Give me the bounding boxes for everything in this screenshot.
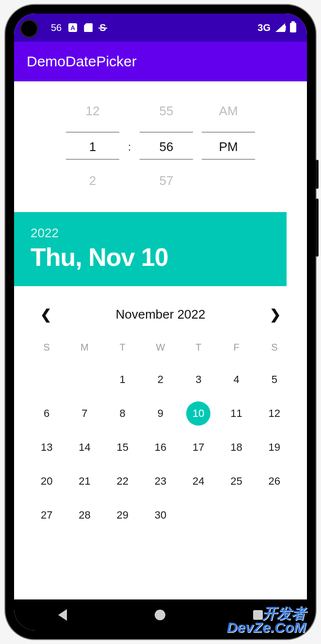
nav-recent-button[interactable] [253,610,263,620]
keyboard-icon: A [68,23,77,32]
calendar-day[interactable]: 28 [65,504,103,526]
calendar-empty-cell [65,368,103,391]
calendar-day[interactable]: 8 [104,402,142,425]
status-time: 56 [51,22,62,33]
calendar-day[interactable]: 24 [179,470,217,492]
calendar-day[interactable]: 23 [142,470,179,492]
minute-next[interactable]: 57 [140,167,193,195]
calendar-day[interactable]: 30 [142,504,179,526]
minute-spinner[interactable]: 55 56 57 [140,97,193,195]
calendar-day[interactable]: 20 [28,470,65,492]
day-of-week-header: W [142,338,179,357]
calendar-day[interactable]: 22 [104,470,142,492]
calendar-day[interactable]: 19 [256,436,293,459]
side-button-1 [316,160,319,189]
header-date[interactable]: Thu, Nov 10 [31,243,270,272]
minute-selected[interactable]: 56 [140,132,193,160]
calendar-day[interactable]: 16 [142,436,179,459]
calendar-day[interactable]: 1 [104,368,142,391]
side-button-2 [316,199,319,257]
calendar-day[interactable]: 3 [179,368,217,391]
day-of-week-header: F [217,338,255,357]
calendar-day[interactable]: 4 [217,368,255,391]
ampm-next[interactable] [202,167,255,195]
nav-home-button[interactable] [155,610,165,620]
day-of-week-header: S [28,338,65,357]
calendar: ❮ November 2022 ❯ SMTWTFS123456789101112… [14,286,307,539]
calendar-day[interactable]: 27 [28,504,65,526]
signal-icon [275,23,285,32]
calendar-empty-cell [28,368,65,391]
navigation-bar [14,599,307,630]
sd-card-icon [84,23,93,32]
ampm-spinner[interactable]: AM PM [202,97,255,195]
calendar-day[interactable]: 9 [142,402,179,425]
calendar-title: November 2022 [116,307,206,322]
prev-month-button[interactable]: ❮ [35,304,56,325]
next-month-button[interactable]: ❯ [265,304,286,325]
content-area: 12 1 2 : 55 56 57 AM PM 2022 [14,81,307,599]
calendar-day[interactable]: 10 [179,402,217,425]
sync-off-icon: S [99,22,106,33]
calendar-day[interactable]: 11 [217,402,255,425]
day-of-week-header: M [65,338,103,357]
calendar-day[interactable]: 7 [65,402,103,425]
day-of-week-header: S [256,338,293,357]
ampm-selected[interactable]: PM [202,132,255,160]
time-separator: : [128,141,131,153]
date-picker-header: 2022 Thu, Nov 10 [14,212,287,286]
calendar-grid: SMTWTFS123456789101112131415161718192021… [28,338,293,526]
battery-icon [290,23,296,32]
calendar-day[interactable]: 6 [28,402,65,425]
calendar-day[interactable]: 17 [179,436,217,459]
calendar-day[interactable]: 12 [256,402,293,425]
calendar-day[interactable]: 15 [104,436,142,459]
day-of-week-header: T [179,338,217,357]
calendar-day[interactable]: 14 [65,436,103,459]
phone-screen: 56 A S 3G DemoDatePicker 12 1 2 [14,14,307,630]
calendar-header: ❮ November 2022 ❯ [28,299,293,338]
front-camera [20,19,38,38]
app-title: DemoDatePicker [27,53,137,70]
status-right: 3G [257,22,296,33]
network-type: 3G [257,22,271,33]
nav-back-button[interactable] [58,609,67,621]
calendar-day[interactable]: 29 [104,504,142,526]
calendar-day[interactable]: 13 [28,436,65,459]
calendar-day[interactable]: 5 [256,368,293,391]
time-picker: 12 1 2 : 55 56 57 AM PM [14,81,307,212]
hour-selected[interactable]: 1 [66,132,119,160]
hour-next[interactable]: 2 [66,167,119,195]
status-left: 56 A S [51,22,106,33]
calendar-day[interactable]: 25 [217,470,255,492]
phone-frame: 56 A S 3G DemoDatePicker 12 1 2 [5,5,316,639]
minute-prev[interactable]: 55 [140,97,193,125]
app-bar: DemoDatePicker [14,42,307,81]
day-of-week-header: T [104,338,142,357]
status-bar: 56 A S 3G [14,14,307,42]
hour-prev[interactable]: 12 [66,97,119,125]
header-year[interactable]: 2022 [31,226,270,241]
calendar-day[interactable]: 26 [256,470,293,492]
calendar-day[interactable]: 21 [65,470,103,492]
hour-spinner[interactable]: 12 1 2 [66,97,119,195]
ampm-prev[interactable]: AM [202,97,255,125]
calendar-day[interactable]: 2 [142,368,179,391]
calendar-day[interactable]: 18 [217,436,255,459]
